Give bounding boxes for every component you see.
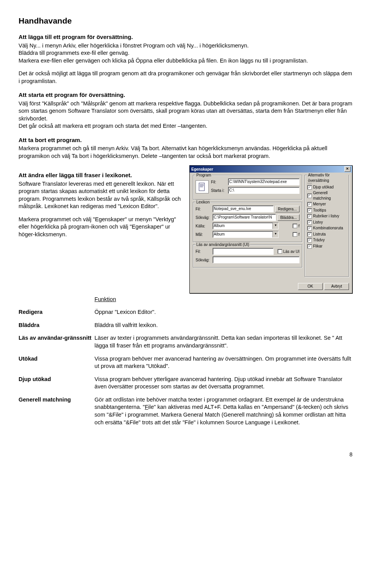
opt-tooltips-checkbox[interactable]: ✓: [307, 208, 312, 213]
ui-path-input[interactable]: [213, 256, 300, 263]
def-lasav-value: Läser av texter i programmets användargr…: [95, 334, 352, 355]
def-bladdra-value: Bläddra till valfritt lexikon.: [95, 322, 352, 335]
def-generell-label: Generell matchning: [19, 396, 95, 432]
opt-tooltips-label: Tooltips: [313, 208, 326, 213]
table-row: Utökad Vissa program behöver mer avancer…: [19, 355, 352, 376]
file-input[interactable]: C:\WINNT\system32\notepad.exe: [228, 178, 300, 185]
label-startin: Starta i:: [211, 188, 228, 193]
section2-heading: Att starta ett program för översättning.: [19, 91, 352, 99]
chevron-down-icon[interactable]: ▼: [272, 231, 278, 237]
opt-tradvy-checkbox[interactable]: ✓: [307, 238, 312, 242]
opt-rubriker-label: Rubriker i listvy: [313, 214, 339, 219]
label-ui-path: Sökväg:: [196, 258, 213, 263]
edit-button[interactable]: Redigera...: [275, 206, 300, 213]
properties-dialog: Egenskaper ✕ Program Fil:: [189, 165, 352, 293]
lex-path-input[interactable]: C:\Program\Software Translator\N: [213, 214, 276, 221]
program-icon: [196, 180, 209, 193]
target-dropdown[interactable]: Album ▼: [213, 231, 279, 238]
opt-listvy-label: Listvy: [313, 220, 323, 225]
cancel-button[interactable]: Avbryt: [324, 283, 349, 290]
def-utokad-label: Utökad: [19, 355, 95, 376]
lex-file-input[interactable]: Notepad_sve_enu.lve: [213, 205, 274, 212]
definitions-table: Funktion Redigera Öppnar "Lexicon Editor…: [19, 296, 352, 432]
table-row: Djup utökad Vissa program behöver ytterl…: [19, 376, 352, 396]
def-utokad-value: Vissa program behöver mer avancerad hant…: [95, 355, 352, 376]
label-lex-path: Sökväg:: [196, 215, 213, 220]
page-title: Handhavande: [19, 15, 352, 26]
opt-kombo-label: Kombinationsruta: [313, 225, 343, 231]
label-file: Fil:: [211, 180, 228, 185]
table-row: Läs av användar-gränssnitt Läser av text…: [19, 334, 352, 355]
readui-label: Läs av UI: [283, 249, 300, 254]
group-program-label: Program: [196, 173, 212, 178]
group-ui-label: Läs av användargränssnitt (UI): [196, 242, 250, 247]
opt-flikar-checkbox[interactable]: ✓: [307, 244, 312, 249]
close-icon[interactable]: ✕: [344, 166, 351, 172]
opt-menyer-checkbox[interactable]: ✓: [307, 202, 312, 207]
dialog-title-text: Egenskaper: [191, 167, 213, 172]
section3-heading: Att ta bort ett program.: [19, 136, 352, 144]
startin-input[interactable]: C:\: [228, 187, 300, 194]
page-number: 8: [19, 451, 352, 458]
opt-djuputokad-checkbox[interactable]: ✓: [307, 185, 312, 190]
source-checkbox[interactable]: [293, 224, 297, 228]
section1-p1: Välj Ny... i menyn Arkiv, eller högerkli…: [19, 42, 352, 65]
opt-djuputokad-label: Djup utökad: [313, 185, 334, 190]
group-options-label: Alternativ för översättning: [307, 173, 349, 183]
def-lasav-label: Läs av användar-gränssnitt: [19, 334, 95, 355]
table-row: Bläddra Bläddra till valfritt lexikon.: [19, 322, 352, 335]
opt-rubriker-checkbox[interactable]: ✓: [307, 214, 312, 219]
def-djup-label: Djup utökad: [19, 376, 95, 396]
def-djup-value: Vissa program behöver ytterligare avance…: [95, 376, 352, 396]
group-lexikon-label: Lexikon: [196, 200, 210, 205]
label-source: Källa:: [196, 224, 213, 229]
target-checkbox[interactable]: [293, 232, 297, 237]
section1-p2: Det är också möjligt att lägga till prog…: [19, 70, 352, 85]
opt-generell-label: Generell matchning: [313, 190, 346, 201]
source-dropdown[interactable]: Album ▼: [213, 222, 279, 229]
funktion-header: Funktion: [95, 296, 116, 302]
label-target: Mål:: [196, 232, 213, 237]
opt-menyer-label: Menyer: [313, 202, 326, 207]
label-lex-file: Fil:: [196, 207, 213, 212]
readui-checkbox[interactable]: [277, 249, 282, 254]
def-redigera-label: Redigera: [19, 308, 95, 322]
target-f-label: f: [298, 232, 300, 237]
section4-heading: Att ändra eller lägga till fraser i lexi…: [19, 171, 183, 179]
section2-p1: Välj först "Källspråk" och "Målspråk" ge…: [19, 100, 352, 130]
browse-button[interactable]: Bläddra...: [277, 214, 300, 221]
table-row: Generell matchning Gör att ordlistan int…: [19, 396, 352, 432]
def-redigera-value: Öppnar "Lexicon Editor".: [95, 308, 352, 322]
chevron-down-icon[interactable]: ▼: [272, 223, 278, 229]
opt-tradvy-label: Trädvy: [313, 237, 325, 243]
opt-flikar-label: Flikar: [313, 244, 322, 249]
opt-kombo-checkbox[interactable]: ✓: [307, 226, 312, 230]
section4-p1: Software Translator levereras med ett ge…: [19, 180, 183, 210]
opt-generell-checkbox[interactable]: ✓: [307, 193, 312, 198]
section4-p2: Markera programmet och välj "Egenskaper"…: [19, 216, 183, 239]
ui-file-input[interactable]: [213, 248, 274, 255]
section1-heading: Att lägga till ett program för översättn…: [19, 33, 352, 41]
section3-p1: Markera programmet och gå till menyn Ark…: [19, 145, 352, 160]
table-row: Redigera Öppnar "Lexicon Editor".: [19, 308, 352, 322]
opt-listruta-checkbox[interactable]: ✓: [307, 232, 312, 237]
opt-listvy-checkbox[interactable]: ✓: [307, 220, 312, 225]
source-f-label: f: [298, 224, 300, 229]
opt-listruta-label: Listruta: [313, 232, 326, 237]
def-generell-value: Gör att ordlistan inte behöver matcha te…: [95, 396, 352, 432]
def-bladdra-label: Bläddra: [19, 322, 95, 335]
label-ui-file: Fil:: [196, 249, 213, 254]
ok-button[interactable]: OK: [298, 283, 323, 290]
